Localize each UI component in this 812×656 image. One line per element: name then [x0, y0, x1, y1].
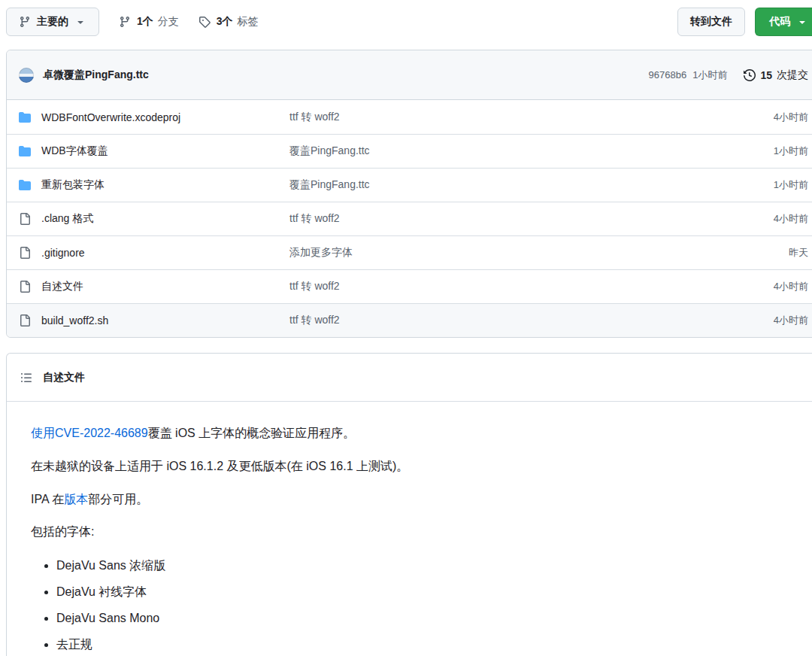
history-clock-icon — [744, 69, 756, 81]
readme-text: 部分可用。 — [88, 493, 148, 506]
file-tree-card: 卓微覆盖PingFang.ttc 96768b6 1小时前 15 次提交 WDB… — [6, 50, 812, 338]
file-link[interactable]: WDB字体覆盖 — [41, 144, 108, 158]
readme-text: 包括的字体: — [31, 525, 94, 538]
commit-meta: 96768b6 1小时前 15 次提交 — [649, 68, 808, 82]
commits-count: 15 — [760, 69, 772, 81]
commit-history-link[interactable]: 15 次提交 — [744, 68, 808, 82]
readme-body: 使用CVE-2022-46689覆盖 iOS 上字体的概念验证应用程序。在未越狱… — [7, 402, 812, 656]
row-commit-time: 1小时前 — [703, 178, 808, 192]
readme-paragraph: 包括的字体: — [31, 523, 796, 542]
file-link[interactable]: 自述文件 — [41, 280, 83, 293]
list-item: 去正规 — [56, 636, 796, 654]
file-name-cell: 自述文件 — [19, 280, 289, 293]
branches-link[interactable]: 1个 分支 — [119, 15, 179, 29]
row-commit-message[interactable]: ttf 转 woff2 — [289, 314, 703, 327]
row-commit-message[interactable]: 覆盖PingFang.ttc — [289, 178, 703, 192]
latest-commit-bar: 卓微覆盖PingFang.ttc 96768b6 1小时前 15 次提交 — [7, 50, 812, 100]
folder-icon — [19, 179, 31, 191]
readme-font-list: DejaVu Sans 浓缩版DejaVu 衬线字体DejaVu Sans Mo… — [31, 557, 796, 654]
file-name-cell: build_woff2.sh — [19, 314, 289, 326]
file-link[interactable]: build_woff2.sh — [41, 314, 108, 326]
branches-count: 1个 — [137, 15, 153, 29]
latest-commit-link[interactable]: 96768b6 1小时前 — [649, 68, 728, 82]
file-name-cell: WDB字体覆盖 — [19, 144, 289, 158]
tags-count: 3个 — [217, 15, 233, 29]
readme-title: 自述文件 — [43, 371, 85, 384]
folder-icon — [19, 145, 31, 157]
commit-sha: 96768b6 — [649, 69, 687, 80]
code-button-label: 代码 — [769, 15, 790, 29]
tag-icon — [198, 16, 212, 28]
commit-time: 1小时前 — [692, 68, 727, 82]
list-item: DejaVu Sans Mono — [56, 609, 796, 628]
branch-selector-button[interactable]: 主要的 — [6, 8, 99, 36]
row-commit-time: 4小时前 — [703, 314, 808, 327]
readme-paragraph: IPA 在版本部分可用。 — [31, 490, 796, 509]
table-row: 重新包装字体 覆盖PingFang.ttc 1小时前 — [7, 168, 812, 202]
table-row: 自述文件 ttf 转 woff2 4小时前 — [7, 269, 812, 303]
table-row: .gitignore 添加更多字体 昨天 — [7, 235, 812, 269]
file-name-cell: WDBFontOverwrite.xcodeproj — [19, 111, 289, 123]
row-commit-time: 1小时前 — [703, 144, 808, 158]
file-name-cell: .clang 格式 — [19, 212, 289, 226]
file-rows: WDBFontOverwrite.xcodeproj ttf 转 woff2 4… — [7, 100, 812, 337]
repo-toolbar: 主要的 1个 分支 3个 标签 转到文件 代码 — [6, 8, 812, 36]
row-commit-message[interactable]: ttf 转 woff2 — [289, 212, 703, 226]
file-icon — [19, 213, 31, 225]
row-commit-time: 4小时前 — [703, 212, 808, 226]
file-name-cell: .gitignore — [19, 247, 289, 259]
table-row: .clang 格式 ttf 转 woff2 4小时前 — [7, 202, 812, 235]
chevron-down-icon — [74, 16, 86, 28]
readme-paragraphs: 使用CVE-2022-46689覆盖 iOS 上字体的概念验证应用程序。在未越狱… — [31, 424, 796, 542]
readme-text: IPA 在 — [31, 493, 64, 506]
row-commit-message[interactable]: ttf 转 woff2 — [289, 111, 703, 124]
row-commit-time: 4小时前 — [703, 280, 808, 293]
row-commit-message[interactable]: 添加更多字体 — [289, 246, 703, 260]
git-branch-icon — [119, 16, 132, 28]
goto-file-button[interactable]: 转到文件 — [677, 8, 745, 36]
latest-commit-message[interactable]: 卓微覆盖PingFang.ttc — [43, 68, 149, 82]
readme-paragraph: 使用CVE-2022-46689覆盖 iOS 上字体的概念验证应用程序。 — [31, 424, 796, 443]
file-icon — [19, 314, 31, 326]
readme-link[interactable]: 版本 — [64, 493, 88, 506]
folder-icon — [19, 111, 31, 123]
readme-link[interactable]: 使用CVE-2022-46689 — [31, 427, 148, 439]
file-link[interactable]: 重新包装字体 — [41, 178, 105, 192]
readme-paragraph: 在未越狱的设备上适用于 iOS 16.1.2 及更低版本(在 iOS 16.1 … — [31, 457, 796, 476]
table-row: WDB字体覆盖 覆盖PingFang.ttc 1小时前 — [7, 134, 812, 168]
file-icon — [19, 281, 31, 293]
row-commit-time: 昨天 — [703, 246, 808, 260]
table-row: build_woff2.sh ttf 转 woff2 4小时前 — [7, 303, 812, 337]
file-link[interactable]: WDBFontOverwrite.xcodeproj — [41, 111, 180, 123]
row-commit-time: 4小时前 — [703, 111, 808, 124]
file-link[interactable]: .gitignore — [41, 247, 85, 259]
table-row: WDBFontOverwrite.xcodeproj ttf 转 woff2 4… — [7, 100, 812, 134]
file-link[interactable]: .clang 格式 — [41, 212, 93, 226]
readme-text: 覆盖 iOS 上字体的概念验证应用程序。 — [148, 427, 356, 439]
tags-label: 标签 — [238, 15, 259, 29]
branches-label: 分支 — [158, 15, 179, 29]
list-item: DejaVu Sans 浓缩版 — [56, 557, 796, 576]
list-item: DejaVu 衬线字体 — [56, 583, 796, 602]
committer-avatar[interactable] — [19, 68, 34, 83]
row-commit-message[interactable]: ttf 转 woff2 — [289, 280, 703, 293]
chevron-down-icon — [796, 16, 808, 28]
readme-text: 在未越狱的设备上适用于 iOS 16.1.2 及更低版本(在 iOS 16.1 … — [31, 460, 408, 472]
branch-selector-label: 主要的 — [37, 15, 68, 29]
commits-label: 次提交 — [777, 68, 808, 82]
row-commit-message[interactable]: 覆盖PingFang.ttc — [289, 144, 703, 158]
git-branch-icon — [19, 16, 31, 28]
readme-header[interactable]: 自述文件 — [7, 354, 812, 402]
list-unordered-icon — [20, 372, 32, 384]
tags-link[interactable]: 3个 标签 — [198, 15, 259, 29]
readme-card: 自述文件 使用CVE-2022-46689覆盖 iOS 上字体的概念验证应用程序… — [6, 353, 812, 656]
code-button[interactable]: 代码 — [755, 8, 812, 36]
file-name-cell: 重新包装字体 — [19, 178, 289, 192]
file-icon — [19, 247, 31, 259]
